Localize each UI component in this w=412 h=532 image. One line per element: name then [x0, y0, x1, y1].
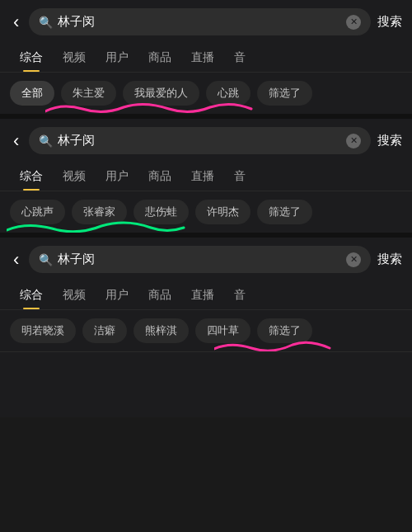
back-button-3[interactable]: ‹: [10, 247, 22, 272]
clear-button-2[interactable]: ✕: [346, 134, 361, 148]
tab-音-3[interactable]: 音: [224, 281, 255, 309]
search-bar-1: ‹ 🔍 林子闵 ✕ 搜索: [0, 0, 412, 44]
search-bar-2: ‹ 🔍 林子闵 ✕ 搜索: [0, 119, 412, 162]
chip-全部-1[interactable]: 全部: [10, 81, 54, 106]
tab-row-2: 综合 视频 用户 商品 直播 音: [0, 162, 412, 191]
tab-商品-1[interactable]: 商品: [138, 44, 181, 72]
tab-视频-3[interactable]: 视频: [53, 281, 96, 309]
chips-row-2: 心跳声 张睿家 悲伤蛙 许明杰 筛选了: [0, 191, 412, 233]
panel-1: ‹ 🔍 林子闵 ✕ 搜索 综合 视频 用户 商品 直播 音 全部 朱主爱 我最爱…: [0, 0, 412, 114]
tab-用户-3[interactable]: 用户: [96, 281, 138, 309]
chips-row-1: 全部 朱主爱 我最爱的人 心跳 筛选了: [0, 73, 412, 114]
search-icon-2: 🔍: [39, 134, 53, 148]
chip-我最爱的人-1[interactable]: 我最爱的人: [123, 81, 199, 106]
search-query-3: 林子闵: [58, 252, 341, 267]
search-submit-3[interactable]: 搜索: [377, 252, 402, 267]
back-button-1[interactable]: ‹: [10, 10, 22, 35]
tab-用户-1[interactable]: 用户: [96, 44, 138, 72]
chip-朱主爱-1[interactable]: 朱主爱: [61, 81, 116, 106]
tab-音-1[interactable]: 音: [224, 44, 255, 72]
tab-视频-1[interactable]: 视频: [53, 44, 96, 72]
chip-心跳声-2[interactable]: 心跳声: [10, 200, 65, 224]
clear-button-1[interactable]: ✕: [346, 15, 361, 30]
chip-filter-1[interactable]: 筛选了: [257, 81, 312, 106]
chip-熊梓淇-3[interactable]: 熊梓淇: [133, 318, 189, 343]
chip-明若晓溪-3[interactable]: 明若晓溪: [10, 318, 76, 343]
tab-row-3: 综合 视频 用户 商品 直播 音: [0, 281, 412, 310]
tab-用户-2[interactable]: 用户: [96, 162, 138, 191]
tab-音-2[interactable]: 音: [224, 162, 255, 191]
search-box-2[interactable]: 🔍 林子闵 ✕: [29, 127, 371, 154]
clear-button-3[interactable]: ✕: [346, 252, 361, 267]
tab-直播-2[interactable]: 直播: [181, 162, 224, 191]
tab-直播-1[interactable]: 直播: [181, 44, 224, 72]
tab-直播-3[interactable]: 直播: [181, 281, 224, 309]
content-area-3: [0, 351, 412, 417]
search-box-1[interactable]: 🔍 林子闵 ✕: [29, 8, 371, 35]
chip-许明杰-2[interactable]: 许明杰: [195, 200, 250, 224]
chip-心跳-1[interactable]: 心跳: [206, 81, 250, 106]
search-bar-3: ‹ 🔍 林子闵 ✕ 搜索: [0, 238, 412, 281]
chips-row-3: 明若晓溪 洁癖 熊梓淇 四叶草 筛选了: [0, 310, 412, 351]
search-submit-1[interactable]: 搜索: [377, 14, 402, 30]
tab-综合-2[interactable]: 综合: [10, 162, 53, 191]
search-query-2: 林子闵: [58, 133, 341, 148]
tab-综合-3[interactable]: 综合: [10, 281, 53, 309]
chip-四叶草-3[interactable]: 四叶草: [195, 318, 250, 343]
tab-综合-1[interactable]: 综合: [10, 44, 53, 72]
panel-2: ‹ 🔍 林子闵 ✕ 搜索 综合 视频 用户 商品 直播 音 心跳声 张睿家 悲伤…: [0, 119, 412, 233]
tab-row-1: 综合 视频 用户 商品 直播 音: [0, 44, 412, 73]
chip-洁癖-3[interactable]: 洁癖: [82, 318, 127, 343]
chip-张睿家-2[interactable]: 张睿家: [72, 200, 127, 224]
back-button-2[interactable]: ‹: [10, 129, 22, 153]
search-icon-3: 🔍: [39, 253, 53, 266]
chip-悲伤蛙-2[interactable]: 悲伤蛙: [133, 200, 189, 224]
chip-filter-2[interactable]: 筛选了: [257, 200, 312, 224]
tab-商品-2[interactable]: 商品: [138, 162, 181, 191]
search-box-3[interactable]: 🔍 林子闵 ✕: [29, 246, 371, 273]
search-submit-2[interactable]: 搜索: [377, 133, 402, 148]
tab-商品-3[interactable]: 商品: [138, 281, 181, 309]
chip-filter-3[interactable]: 筛选了: [257, 318, 312, 343]
search-icon-1: 🔍: [39, 16, 53, 29]
search-query-1: 林子闵: [58, 14, 341, 30]
tab-视频-2[interactable]: 视频: [53, 162, 96, 191]
panel-3: ‹ 🔍 林子闵 ✕ 搜索 综合 视频 用户 商品 直播 音 明若晓溪 洁癖 熊梓…: [0, 238, 412, 417]
